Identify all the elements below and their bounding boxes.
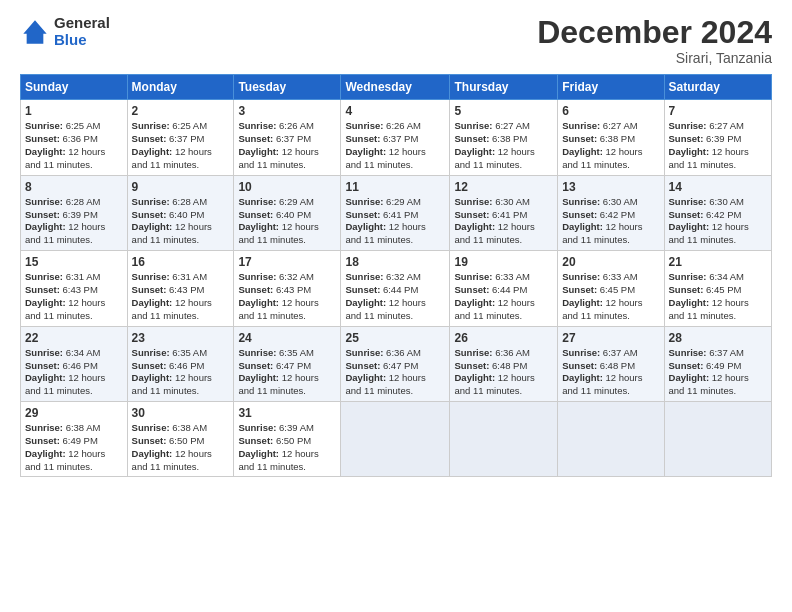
sunrise-label: Sunrise:: [238, 271, 279, 282]
calendar-cell: 1Sunrise: 6:25 AMSunset: 6:36 PMDaylight…: [21, 100, 128, 175]
day-header-wednesday: Wednesday: [341, 75, 450, 100]
day-number: 14: [669, 179, 767, 195]
sunrise-label: Sunrise:: [454, 271, 495, 282]
daylight-label: Daylight:: [669, 146, 712, 157]
sunrise-value: 6:26 AM: [386, 120, 421, 131]
day-number: 27: [562, 330, 659, 346]
day-number: 18: [345, 254, 445, 270]
sunset-value: 6:45 PM: [706, 284, 741, 295]
sunrise-value: 6:32 AM: [279, 271, 314, 282]
sunrise-value: 6:34 AM: [709, 271, 744, 282]
sunset-label: Sunset:: [25, 133, 62, 144]
sunrise-value: 6:39 AM: [279, 422, 314, 433]
sunrise-label: Sunrise:: [132, 347, 173, 358]
day-number: 13: [562, 179, 659, 195]
daylight-label: Daylight:: [25, 146, 68, 157]
logo: General Blue: [20, 15, 110, 48]
sunset-label: Sunset:: [345, 360, 382, 371]
calendar-cell: 25Sunrise: 6:36 AMSunset: 6:47 PMDayligh…: [341, 326, 450, 401]
sunrise-label: Sunrise:: [238, 422, 279, 433]
sunrise-label: Sunrise:: [562, 120, 603, 131]
day-number: 17: [238, 254, 336, 270]
calendar: SundayMondayTuesdayWednesdayThursdayFrid…: [20, 74, 772, 477]
sunrise-value: 6:35 AM: [279, 347, 314, 358]
calendar-cell: 16Sunrise: 6:31 AMSunset: 6:43 PMDayligh…: [127, 251, 234, 326]
sunset-value: 6:45 PM: [600, 284, 635, 295]
sunset-value: 6:41 PM: [492, 209, 527, 220]
sunset-value: 6:38 PM: [600, 133, 635, 144]
sunset-value: 6:43 PM: [276, 284, 311, 295]
sunrise-value: 6:30 AM: [603, 196, 638, 207]
day-header-thursday: Thursday: [450, 75, 558, 100]
day-number: 30: [132, 405, 230, 421]
calendar-cell: 23Sunrise: 6:35 AMSunset: 6:46 PMDayligh…: [127, 326, 234, 401]
calendar-cell: 27Sunrise: 6:37 AMSunset: 6:48 PMDayligh…: [558, 326, 664, 401]
sunset-value: 6:43 PM: [62, 284, 97, 295]
sunset-value: 6:37 PM: [276, 133, 311, 144]
sunrise-label: Sunrise:: [25, 271, 66, 282]
page: General Blue December 2024 Sirari, Tanza…: [0, 0, 792, 612]
day-number: 1: [25, 103, 123, 119]
sunset-label: Sunset:: [132, 360, 169, 371]
sunrise-label: Sunrise:: [454, 120, 495, 131]
calendar-cell: 9Sunrise: 6:28 AMSunset: 6:40 PMDaylight…: [127, 175, 234, 250]
sunrise-value: 6:38 AM: [66, 422, 101, 433]
daylight-label: Daylight:: [669, 372, 712, 383]
day-number: 31: [238, 405, 336, 421]
sunrise-value: 6:28 AM: [66, 196, 101, 207]
logo-general: General: [54, 15, 110, 32]
day-number: 11: [345, 179, 445, 195]
sunrise-value: 6:25 AM: [172, 120, 207, 131]
day-number: 22: [25, 330, 123, 346]
sunrise-value: 6:35 AM: [172, 347, 207, 358]
sunset-value: 6:39 PM: [62, 209, 97, 220]
sunrise-value: 6:32 AM: [386, 271, 421, 282]
daylight-label: Daylight:: [345, 297, 388, 308]
daylight-label: Daylight:: [454, 146, 497, 157]
sunrise-value: 6:26 AM: [279, 120, 314, 131]
day-number: 3: [238, 103, 336, 119]
sunset-label: Sunset:: [345, 284, 382, 295]
daylight-label: Daylight:: [132, 448, 175, 459]
sunset-label: Sunset:: [238, 360, 275, 371]
daylight-label: Daylight:: [238, 221, 281, 232]
sunset-label: Sunset:: [562, 133, 599, 144]
sunrise-label: Sunrise:: [25, 196, 66, 207]
calendar-cell: 8Sunrise: 6:28 AMSunset: 6:39 PMDaylight…: [21, 175, 128, 250]
sunrise-label: Sunrise:: [25, 347, 66, 358]
sunset-value: 6:40 PM: [169, 209, 204, 220]
sunrise-label: Sunrise:: [238, 120, 279, 131]
day-number: 7: [669, 103, 767, 119]
daylight-label: Daylight:: [562, 146, 605, 157]
sunrise-value: 6:29 AM: [386, 196, 421, 207]
sunrise-label: Sunrise:: [25, 120, 66, 131]
day-number: 16: [132, 254, 230, 270]
sunrise-label: Sunrise:: [562, 347, 603, 358]
sunrise-label: Sunrise:: [669, 196, 710, 207]
sunrise-value: 6:31 AM: [66, 271, 101, 282]
day-number: 4: [345, 103, 445, 119]
sunset-label: Sunset:: [454, 133, 491, 144]
sunset-label: Sunset:: [454, 360, 491, 371]
daylight-label: Daylight:: [25, 221, 68, 232]
sunrise-value: 6:37 AM: [603, 347, 638, 358]
sunrise-label: Sunrise:: [454, 347, 495, 358]
day-number: 2: [132, 103, 230, 119]
header: General Blue December 2024 Sirari, Tanza…: [20, 15, 772, 66]
sunset-value: 6:49 PM: [706, 360, 741, 371]
daylight-label: Daylight:: [454, 297, 497, 308]
sunrise-value: 6:31 AM: [172, 271, 207, 282]
calendar-cell: 13Sunrise: 6:30 AMSunset: 6:42 PMDayligh…: [558, 175, 664, 250]
sunset-value: 6:36 PM: [62, 133, 97, 144]
calendar-cell: [558, 401, 664, 476]
day-number: 12: [454, 179, 553, 195]
sunrise-label: Sunrise:: [562, 196, 603, 207]
sunrise-label: Sunrise:: [669, 347, 710, 358]
day-number: 24: [238, 330, 336, 346]
sunrise-label: Sunrise:: [25, 422, 66, 433]
sunrise-value: 6:27 AM: [603, 120, 638, 131]
day-number: 10: [238, 179, 336, 195]
sunrise-value: 6:29 AM: [279, 196, 314, 207]
calendar-cell: 7Sunrise: 6:27 AMSunset: 6:39 PMDaylight…: [664, 100, 771, 175]
daylight-label: Daylight:: [132, 221, 175, 232]
